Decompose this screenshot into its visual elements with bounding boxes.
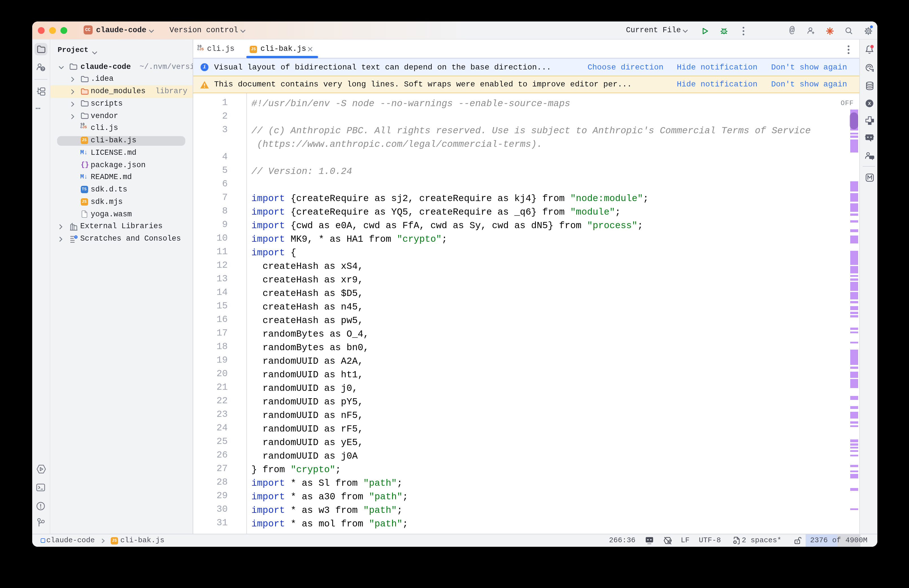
svg-text:?: ?	[42, 67, 44, 71]
svg-text:X: X	[868, 101, 871, 107]
